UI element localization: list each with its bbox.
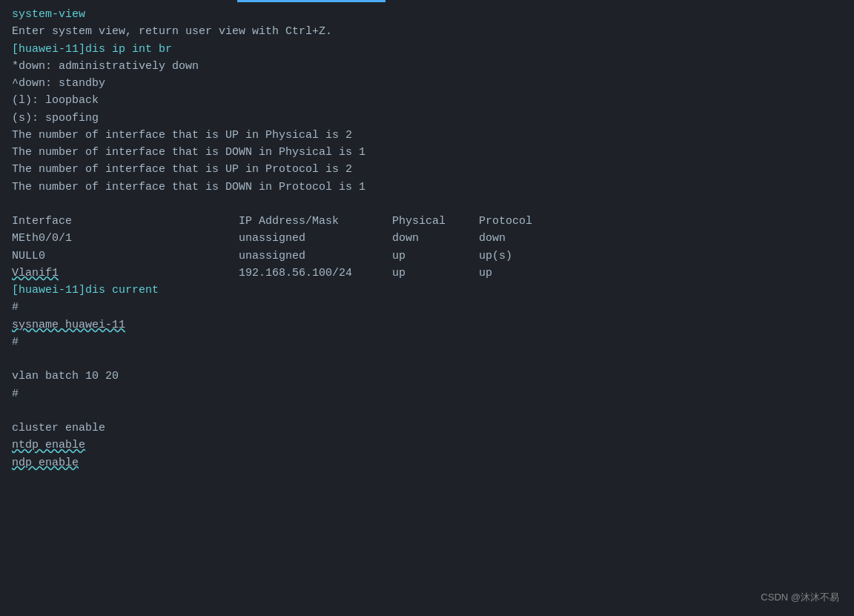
line-up-protocol: The number of interface that is UP in Pr… bbox=[12, 161, 842, 178]
line-table-header: Interface IP Address/Mask Physical Proto… bbox=[12, 213, 842, 230]
line-ntdp-enable: ntdp enable bbox=[12, 437, 842, 454]
line-meth001: MEth0/0/1 unassigned down down bbox=[12, 230, 842, 247]
line-vlanif1: Vlanif1 192.168.56.100/24 up up bbox=[12, 265, 842, 282]
line-down-physical: The number of interface that is DOWN in … bbox=[12, 144, 842, 161]
line-up-physical: The number of interface that is UP in Ph… bbox=[12, 127, 842, 144]
ndp-label: ndp enable bbox=[12, 457, 79, 469]
line-enter-system: Enter system view, return user view with… bbox=[12, 23, 842, 40]
spacer-2 bbox=[12, 351, 842, 368]
line-hash-3: # bbox=[12, 385, 842, 403]
line-hash-2: # bbox=[12, 334, 842, 351]
line-sysname: sysname huawei-11 bbox=[12, 317, 842, 334]
line-down-standby: ^down: standby bbox=[12, 75, 842, 92]
ntdp-label: ntdp enable bbox=[12, 439, 85, 451]
line-down-admin: *down: administratively down bbox=[12, 58, 842, 75]
spacer-1 bbox=[12, 196, 842, 213]
sysname-label: sysname huawei-11 bbox=[12, 319, 125, 331]
footer-credit: CSDN @沐沐不易 bbox=[761, 591, 839, 604]
line-ndp-enable: ndp enable bbox=[12, 454, 842, 471]
line-dis-ip: [huawei-11]dis ip int br bbox=[12, 41, 842, 58]
spacer-3 bbox=[12, 403, 842, 420]
line-dis-current: [huawei-11]dis current bbox=[12, 282, 842, 299]
line-cluster-enable: cluster enable bbox=[12, 420, 842, 437]
line-spoofing: (s): spoofing bbox=[12, 110, 842, 127]
line-hash-1: # bbox=[12, 299, 842, 316]
line-null0: NULL0 unassigned up up(s) bbox=[12, 248, 842, 265]
line-vlan-batch: vlan batch 10 20 bbox=[12, 368, 842, 385]
line-down-protocol: The number of interface that is DOWN in … bbox=[12, 179, 842, 196]
terminal: system-view Enter system view, return us… bbox=[0, 0, 854, 616]
vlanif1-label: Vlanif1 bbox=[12, 267, 59, 279]
line-system-view: system-view bbox=[12, 6, 842, 23]
line-loopback: (l): loopback bbox=[12, 92, 842, 109]
tab-indicator bbox=[237, 0, 385, 2]
